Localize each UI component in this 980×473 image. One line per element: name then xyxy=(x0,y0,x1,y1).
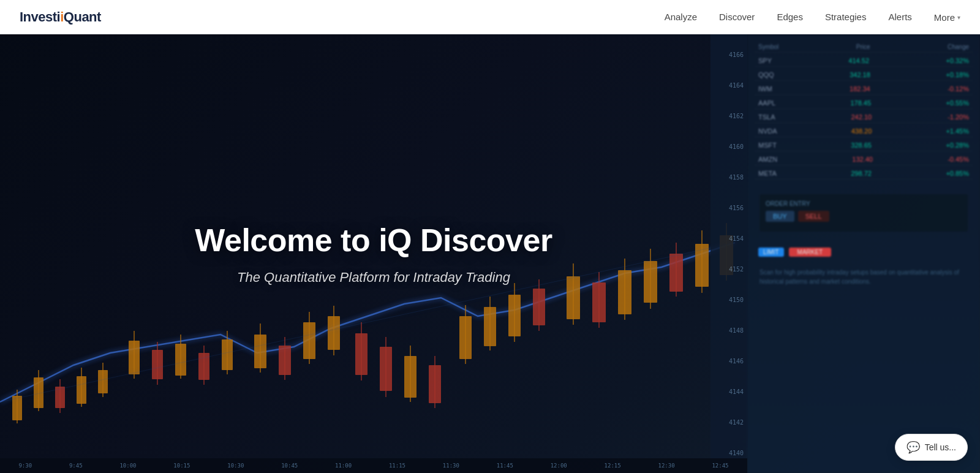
panel-row: SPY 414.52 +0.32% xyxy=(755,55,973,67)
tell-us-button[interactable]: 💬 Tell us... xyxy=(895,434,968,461)
nav-links: Analyze Discover Edges Strategies Alerts… xyxy=(665,12,960,23)
logo-highlight: i xyxy=(60,9,64,25)
nav-analyze[interactable]: Analyze xyxy=(665,12,697,22)
panel-row: Symbol Price Change xyxy=(755,42,973,53)
panel-badges: LIMIT MARKET xyxy=(755,244,973,260)
nav-alerts[interactable]: Alerts xyxy=(888,12,911,22)
nav-strategies[interactable]: Strategies xyxy=(825,12,867,22)
panel-row: AMZN 132.40 -0.45% xyxy=(755,154,973,165)
panel-row: MSFT 328.65 +0.28% xyxy=(755,140,973,151)
panel-row: NVDA 438.20 +1.45% xyxy=(755,126,973,137)
right-panel: Symbol Price Change SPY 414.52 +0.32% QQ… xyxy=(747,34,980,473)
hero-subtitle: The Quantitative Platform for Intraday T… xyxy=(237,270,510,286)
panel-row: TSLA 242.10 -1.20% xyxy=(755,112,973,123)
chat-icon: 💬 xyxy=(907,441,920,454)
nav-discover[interactable]: Discover xyxy=(719,12,755,22)
hero-title: Welcome to iQ Discover xyxy=(195,222,552,259)
logo[interactable]: InvestiiQuant xyxy=(20,9,101,25)
panel-row: QQQ 342.18 +0.18% xyxy=(755,69,973,81)
chevron-down-icon: ▾ xyxy=(957,14,960,21)
nav-more[interactable]: More ▾ xyxy=(934,12,960,23)
hero-section: 4166 4164 4162 4160 4158 4156 4154 4152 … xyxy=(0,0,980,473)
panel-row: IWM 182.34 -0.12% xyxy=(755,83,973,95)
nav-edges[interactable]: Edges xyxy=(777,12,803,22)
panel-row: META 298.72 +0.85% xyxy=(755,168,973,180)
panel-row: AAPL 178.45 +0.55% xyxy=(755,97,973,109)
navbar: InvestiiQuant Analyze Discover Edges Str… xyxy=(0,0,980,34)
tell-us-label: Tell us... xyxy=(925,442,956,452)
hero-content: Welcome to iQ Discover The Quantitative … xyxy=(0,34,747,473)
